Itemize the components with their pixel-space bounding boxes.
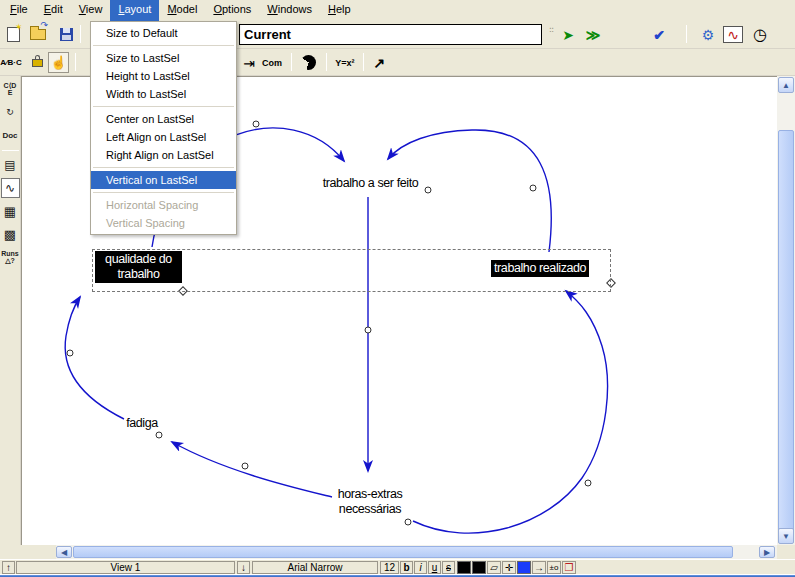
cascade-windows-button[interactable]: ❐ <box>562 561 576 574</box>
view-name-field[interactable]: View 1 <box>16 561 235 574</box>
loops-icon[interactable]: ↻ <box>1 102 20 122</box>
menu-item-horizontal-spacing: Horizontal Spacing <box>91 196 236 214</box>
new-model-icon[interactable] <box>2 24 24 45</box>
loops-tool-icon[interactable]: ⚙ <box>697 24 719 45</box>
simulation-name-input[interactable] <box>239 24 542 45</box>
lock-icon[interactable] <box>26 52 48 73</box>
toolbar-separator <box>80 25 81 43</box>
menu-windows[interactable]: Windows <box>259 0 320 21</box>
toolbar-grip: ∶∶ <box>549 28 552 42</box>
variable-trabalho-realizado[interactable]: trabalho realizado <box>491 260 589 277</box>
menu-help[interactable]: Help <box>320 0 359 21</box>
hscroll-gap <box>0 545 56 559</box>
strike-button[interactable]: s <box>442 561 455 574</box>
check-model-icon[interactable]: ✔ <box>648 24 670 45</box>
merge-tool-icon[interactable]: ⇥ <box>238 52 260 73</box>
fill-color-swatch[interactable] <box>517 561 531 574</box>
variable-trabalho-a-ser-feito[interactable]: trabalho a ser feito <box>308 176 433 191</box>
layout-dropdown-menu: Size to Default Size to LastSel Height t… <box>90 21 237 235</box>
menu-view[interactable]: View <box>71 0 111 21</box>
pacman-shape <box>301 55 316 70</box>
menu-edit[interactable]: Edit <box>36 0 71 21</box>
polarity-button[interactable]: ±o <box>547 561 561 574</box>
menu-item-vertical-on-lastsel[interactable]: Vertical on LastSel <box>91 171 236 189</box>
doc-icon[interactable]: Doc <box>1 125 20 145</box>
menu-separator <box>93 106 234 107</box>
save-model-icon[interactable] <box>55 24 77 45</box>
menu-item-left-align-on-lastsel[interactable]: Left Align on LastSel <box>91 128 236 146</box>
table-icon[interactable]: ▦ <box>1 201 20 221</box>
view-up-icon[interactable]: ↑ <box>2 561 15 574</box>
menu-item-height-to-lastsel[interactable]: Height to LastSel <box>91 67 236 85</box>
toolbar-separator <box>326 53 327 71</box>
variable-qualidade-do-trabalho[interactable]: qualidade do trabalho <box>95 251 182 283</box>
menu-file[interactable]: File <box>2 0 36 21</box>
delete-pacman-icon[interactable] <box>297 52 319 73</box>
reference-mode-icon[interactable]: ↗ <box>368 52 390 73</box>
italic-button[interactable]: i <box>414 561 427 574</box>
disk-icon <box>60 28 73 41</box>
view-down-icon[interactable]: ↓ <box>237 561 250 574</box>
padlock-shape <box>32 59 43 67</box>
menu-options[interactable]: Options <box>205 0 259 21</box>
runs-compare-icon[interactable]: Runs △? <box>1 247 20 267</box>
position-button[interactable]: ✛ <box>502 561 516 574</box>
box-color-swatch[interactable] <box>472 561 486 574</box>
toolbar-separator <box>291 53 292 71</box>
variable-fadiga[interactable]: fadiga <box>113 416 171 431</box>
graph-tool-icon[interactable]: ∿ <box>723 26 743 43</box>
horizontal-scroll-thumb[interactable] <box>73 546 733 558</box>
uses-tree-icon[interactable]: C⟨D E <box>1 79 20 99</box>
table-time-icon[interactable]: ▩ <box>1 224 20 244</box>
scroll-down-icon[interactable]: ▼ <box>778 528 794 544</box>
analysis-sidebar: C⟨D E ↻ Doc ▤ ∿ ▦ ▩ Runs △? <box>0 76 21 545</box>
underline-button[interactable]: u <box>428 561 441 574</box>
toolbar-separator <box>75 53 76 71</box>
run-simulation-icon[interactable]: ➤ <box>557 24 579 45</box>
variable-horas-extras-necessarias[interactable]: horas-extras necessárias <box>318 487 422 517</box>
horizontal-scrollbar[interactable]: ◀ ▶ <box>0 545 795 559</box>
bold-button[interactable]: b <box>400 561 413 574</box>
menu-bar: File Edit View Layout Model Options Wind… <box>0 0 795 21</box>
hand-move-icon[interactable]: ☝ <box>48 52 69 73</box>
menu-separator <box>93 45 234 46</box>
equations-tool-icon[interactable]: Y=x² <box>332 52 358 73</box>
menu-item-width-to-lastsel[interactable]: Width to LastSel <box>91 85 236 103</box>
vertical-scrollbar[interactable]: ▲ ▼ <box>777 76 795 545</box>
menu-separator <box>93 167 234 168</box>
causes-strip-icon[interactable]: ▤ <box>1 155 20 175</box>
open-model-icon[interactable] <box>27 24 49 45</box>
clock-tool-icon[interactable]: ◷ <box>749 24 771 45</box>
shape-button[interactable]: ▱ <box>487 561 501 574</box>
menu-item-size-to-lastsel[interactable]: Size to LastSel <box>91 49 236 67</box>
scroll-left-icon[interactable]: ◀ <box>56 546 72 558</box>
menu-separator <box>93 192 234 193</box>
sidebar-separator <box>2 150 19 151</box>
toolbar-separator <box>363 53 364 71</box>
menu-item-center-on-lastsel[interactable]: Center on LastSel <box>91 110 236 128</box>
scroll-up-icon[interactable]: ▲ <box>778 77 794 93</box>
toolbar-separator <box>686 25 687 43</box>
arrow-style-button[interactable]: → <box>532 561 546 574</box>
font-name-field[interactable]: Arial Narrow <box>252 561 378 574</box>
menu-model[interactable]: Model <box>159 0 205 21</box>
font-size-field[interactable]: 12 <box>380 561 399 574</box>
vertical-scroll-thumb[interactable] <box>778 130 794 543</box>
menu-item-right-align-on-lastsel[interactable]: Right Align on LastSel <box>91 146 236 164</box>
abc-tool-icon[interactable]: A⁄B·C <box>0 52 22 73</box>
scroll-right-icon[interactable]: ▶ <box>759 546 775 558</box>
menu-item-size-to-default[interactable]: Size to Default <box>91 24 236 42</box>
page-icon <box>7 27 20 42</box>
text-color-swatch[interactable] <box>457 561 471 574</box>
status-font-bar: ↑ View 1 ↓ Arial Narrow 12 b i u s ▱ ✛ →… <box>0 559 795 574</box>
graph-icon[interactable]: ∿ <box>1 178 20 198</box>
scrollbar-corner <box>777 545 795 559</box>
menu-layout[interactable]: Layout <box>110 0 159 21</box>
menu-item-vertical-spacing: Vertical Spacing <box>91 214 236 232</box>
run-batch-icon[interactable]: ≫ <box>582 24 604 45</box>
folder-icon <box>30 29 46 40</box>
comment-tool-icon[interactable]: Com <box>258 52 286 73</box>
